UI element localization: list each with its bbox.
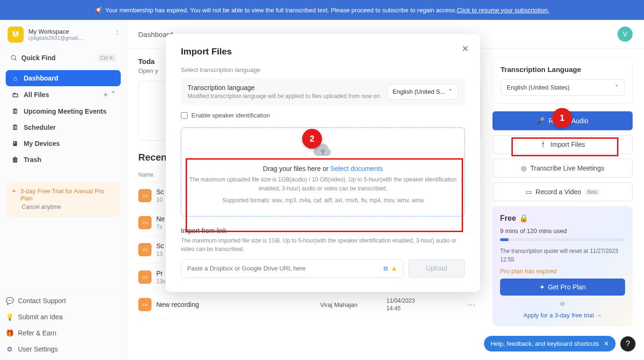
import-link-heading: Import from link: [181, 227, 465, 234]
modal-language-row: Transcription language Modified transcri…: [181, 78, 465, 105]
modal-language-select[interactable]: English (United S... ˅: [387, 84, 458, 99]
resume-subscription-link[interactable]: Click to resume your subscription.: [457, 7, 549, 14]
dropbox-icon: ⧈: [384, 264, 388, 272]
expiry-banner: 📢 Your membership has expired. You will …: [0, 0, 644, 20]
banner-text: Your membership has expired. You will no…: [105, 7, 456, 14]
modal-section-label: Select transcription language: [181, 66, 465, 73]
modal-lang-value: English (United S...: [393, 88, 445, 95]
dropzone-hint-1: The maximum uploaded file size is 1GB(au…: [189, 175, 457, 193]
megaphone-icon: 📢: [95, 7, 102, 14]
checkbox-input[interactable]: [181, 112, 188, 119]
dropzone-hint-2: Supported formats: wav, mp3, m4a, caf, a…: [189, 196, 457, 205]
link-url-input[interactable]: [187, 265, 384, 272]
annotation-2: 2: [302, 129, 322, 149]
dropzone-text: Drag your files here or Select documents: [189, 165, 457, 172]
speaker-id-checkbox[interactable]: Enable speaker identification: [181, 112, 465, 119]
modal-title: Import Files: [181, 46, 465, 57]
modal-lang-sub: Modified transcription language will be …: [188, 93, 382, 99]
link-input-wrapper[interactable]: ⧈ ▲: [181, 259, 403, 278]
chevron-down-icon: ˅: [449, 88, 452, 95]
modal-lang-heading: Transcription language: [188, 84, 382, 91]
upload-button[interactable]: Upload: [408, 259, 465, 278]
google-drive-icon: ▲: [391, 264, 397, 272]
file-dropzone[interactable]: Drag your files here or Select documents…: [181, 127, 465, 216]
annotation-1: 1: [552, 108, 572, 128]
import-files-modal: Import Files ✕ Select transcription lang…: [166, 34, 480, 292]
close-icon[interactable]: ✕: [462, 44, 469, 54]
checkbox-label: Enable speaker identification: [191, 112, 270, 119]
import-link-sub: The maximum imported file size is 1GB. U…: [181, 236, 465, 253]
select-documents-link[interactable]: Select documents: [331, 165, 383, 172]
